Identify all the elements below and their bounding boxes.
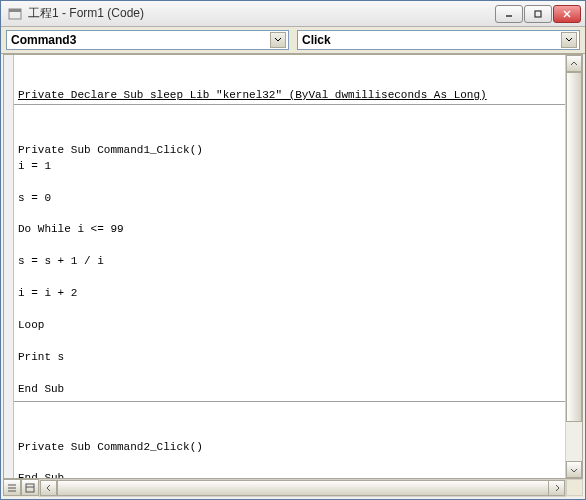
- declaration-line: Private Declare Sub sleep Lib "kernel32"…: [14, 87, 565, 105]
- close-button[interactable]: [553, 5, 581, 23]
- svg-rect-1: [9, 9, 21, 12]
- procedure-dropdown-value: Click: [302, 33, 561, 47]
- code-editor[interactable]: Private Declare Sub sleep Lib "kernel32"…: [14, 55, 565, 478]
- scroll-right-button[interactable]: [548, 480, 565, 496]
- horizontal-scrollbar[interactable]: [39, 479, 566, 497]
- scroll-up-button[interactable]: [566, 55, 582, 72]
- window-title: 工程1 - Form1 (Code): [28, 5, 495, 22]
- procedure-view-button[interactable]: [3, 479, 21, 496]
- vertical-scrollbar[interactable]: [565, 55, 582, 478]
- full-module-view-button[interactable]: [21, 479, 39, 496]
- hscroll-thumb[interactable]: [57, 480, 556, 496]
- scrollbar-corner: [566, 479, 583, 496]
- chevron-down-icon: [561, 32, 577, 48]
- object-dropdown-value: Command3: [11, 33, 270, 47]
- scroll-left-button[interactable]: [40, 480, 57, 496]
- procedure-command2: Private Sub Command2_Click() End Sub: [14, 434, 565, 478]
- minimize-button[interactable]: [495, 5, 523, 23]
- chevron-down-icon: [270, 32, 286, 48]
- dropdown-row: Command3 Click: [1, 27, 585, 54]
- code-area: Private Declare Sub sleep Lib "kernel32"…: [3, 54, 583, 479]
- svg-rect-9: [26, 484, 34, 492]
- code-window: 工程1 - Form1 (Code) Command3 Click: [0, 0, 586, 500]
- procedure-dropdown[interactable]: Click: [297, 30, 580, 50]
- object-dropdown[interactable]: Command3: [6, 30, 289, 50]
- procedure-command1: Private Sub Command1_Click() i = 1 s = 0…: [14, 137, 565, 402]
- titlebar[interactable]: 工程1 - Form1 (Code): [1, 1, 585, 27]
- scroll-track[interactable]: [566, 72, 582, 461]
- maximize-button[interactable]: [524, 5, 552, 23]
- svg-rect-3: [535, 11, 541, 17]
- bottom-bar: [3, 479, 583, 497]
- margin-indicator-bar[interactable]: [4, 55, 14, 478]
- form-icon: [7, 6, 23, 22]
- scroll-thumb[interactable]: [566, 72, 582, 422]
- scroll-down-button[interactable]: [566, 461, 582, 478]
- window-buttons: [495, 5, 581, 23]
